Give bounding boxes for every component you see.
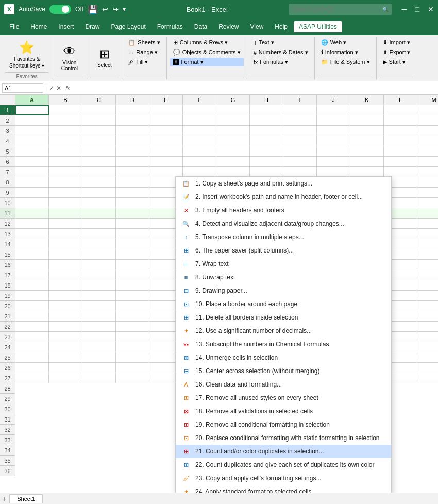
row-header-7: 7 <box>0 167 15 177</box>
favorites-label: Favorites &Shortcut keys ▾ <box>9 56 44 69</box>
dropdown-item-label-4: 4. Detect and visualize adjacent data/gr… <box>195 220 344 227</box>
close-btn[interactable]: ✕ <box>428 5 434 13</box>
format-button[interactable]: 🅰 Format ▾ <box>170 58 244 66</box>
menu-insert[interactable]: Insert <box>53 21 79 32</box>
maximize-btn[interactable]: □ <box>415 5 419 13</box>
dropdown-item-24[interactable]: ✦24. Apply standard format to selected c… <box>176 485 391 493</box>
web-button[interactable]: 🌐 Web ▾ <box>318 38 373 47</box>
dropdown-item-20[interactable]: ⊡20. Replace conditional formatting with… <box>176 431 391 445</box>
information-button[interactable]: ℹ Information ▾ <box>318 48 373 57</box>
cell-m1[interactable] <box>417 105 438 115</box>
cross-icon[interactable]: ✕ <box>56 85 61 92</box>
dropdown-item-7[interactable]: ≡7. Wrap text <box>176 257 391 271</box>
text-button[interactable]: T Text ▾ <box>250 38 311 47</box>
dropdown-item-3[interactable]: ✕3. Empty all headers and footers <box>176 204 391 217</box>
minimize-btn[interactable]: ─ <box>402 5 407 13</box>
numbers-dates-button[interactable]: # Numbers & Dates ▾ <box>250 48 311 57</box>
menu-asap-utilities[interactable]: ASAP Utilities <box>294 21 342 32</box>
check-icon[interactable]: ✓ <box>49 85 54 92</box>
dropdown-item-15[interactable]: ⊟15. Center across selection (without me… <box>176 364 391 378</box>
cell-g1[interactable] <box>216 105 250 115</box>
fill-button[interactable]: 🖊 Fill ▾ <box>125 58 163 66</box>
row-header-28: 28 <box>0 383 15 394</box>
cell-f1[interactable] <box>183 105 216 115</box>
dropdown-item-1[interactable]: 📋1. Copy a sheet's page and print settin… <box>176 177 391 190</box>
search-input[interactable] <box>289 4 392 15</box>
select-button[interactable]: ⊞ Select <box>90 38 119 77</box>
start-button[interactable]: ▶ Start ▾ <box>380 58 414 66</box>
file-system-button[interactable]: 📁 File & System ▾ <box>318 58 373 66</box>
dropdown-item-19[interactable]: ⊞19. Remove all conditional formatting i… <box>176 418 391 431</box>
dropdown-item-6[interactable]: ⊞6. The paper saver (split columns)... <box>176 244 391 257</box>
cell-l1[interactable] <box>384 105 417 115</box>
row-header-35: 35 <box>0 456 15 466</box>
export-button[interactable]: ⬆ Export ▾ <box>380 48 414 57</box>
dropdown-item-5[interactable]: ↕5. Transpose column in multiple steps..… <box>176 230 391 244</box>
ribbon-group-vision: 👁 VisionControl <box>52 37 87 79</box>
columns-rows-button[interactable]: ⊞ Columns & Rows ▾ <box>170 38 244 47</box>
menu-file[interactable]: File <box>4 21 24 32</box>
dropdown-item-18[interactable]: ⊠18. Remove all validations in selected … <box>176 405 391 418</box>
cell-a1[interactable] <box>15 105 49 115</box>
customize-icon[interactable]: ▾ <box>123 6 126 13</box>
menu-page-layout[interactable]: Page Layout <box>106 21 150 32</box>
redo-icon[interactable]: ↩ <box>112 5 119 13</box>
dropdown-item-8[interactable]: ≡8. Unwrap text <box>176 271 391 284</box>
file-icon: 📁 <box>321 59 328 65</box>
cell-h1[interactable] <box>250 105 283 115</box>
fx-label[interactable]: fx <box>63 85 72 91</box>
menu-review[interactable]: Review <box>213 21 244 32</box>
autosave-toggle[interactable] <box>49 5 71 14</box>
cell-k1[interactable] <box>350 105 384 115</box>
dropdown-item-14[interactable]: ⊠14. Unmerge cells in selection <box>176 351 391 364</box>
dropdown-item-23[interactable]: 🖊23. Copy and apply cell's formatting se… <box>176 472 391 485</box>
dropdown-item-9[interactable]: ⊟9. Drawing paper... <box>176 284 391 297</box>
cell-j1[interactable] <box>317 105 350 115</box>
col-header-e: E <box>149 95 183 105</box>
cell-a2[interactable] <box>15 115 49 126</box>
dropdown-item-22[interactable]: ⊞22. Count duplicates and give each set … <box>176 458 391 472</box>
menu-formulas[interactable]: Formulas <box>152 21 188 32</box>
menu-home[interactable]: Home <box>25 21 52 32</box>
vision-control-button[interactable]: 👁 VisionControl <box>55 38 83 77</box>
range-button[interactable]: ↔ Range ▾ <box>125 48 163 57</box>
row-header-27: 27 <box>0 373 15 383</box>
dropdown-item-10[interactable]: ⊡10. Place a border around each page <box>176 297 391 311</box>
import-button[interactable]: ⬇ Import ▾ <box>380 38 414 47</box>
text-buttons: T Text ▾ # Numbers & Dates ▾ fx Formulas… <box>250 38 311 77</box>
cell-b1[interactable] <box>49 105 82 115</box>
cell-i1[interactable] <box>283 105 317 115</box>
table-row <box>15 105 438 115</box>
cell-d1[interactable] <box>116 105 149 115</box>
objects-comments-button[interactable]: 💬 Objects & Comments ▾ <box>170 48 244 57</box>
sheets-button[interactable]: 📋 Sheets ▾ <box>125 38 163 47</box>
favorites-shortcut-button[interactable]: ⭐ Favorites &Shortcut keys ▾ <box>5 38 48 71</box>
menu-data[interactable]: Data <box>189 21 212 32</box>
save-icon[interactable]: 💾 <box>88 5 98 14</box>
text-label: Text ▾ <box>259 39 274 46</box>
columns-group-label <box>170 78 244 79</box>
dropdown-item-17[interactable]: ⊞17. Remove all unused styles on every s… <box>176 391 391 405</box>
cell-e1[interactable] <box>149 105 183 115</box>
dropdown-item-13[interactable]: x₂13. Subscript the numbers in Chemical … <box>176 338 391 351</box>
web-buttons: 🌐 Web ▾ ℹ Information ▾ 📁 File & System … <box>318 38 373 77</box>
format-dropdown-menu: 📋1. Copy a sheet's page and print settin… <box>175 176 392 493</box>
dropdown-item-11[interactable]: ⊞11. Delete all borders inside selection <box>176 311 391 324</box>
menu-help[interactable]: Help <box>269 21 293 32</box>
dropdown-item-16[interactable]: A16. Clean data and formatting... <box>176 378 391 391</box>
dropdown-item-label-9: 9. Drawing paper... <box>195 287 247 294</box>
formulas-button[interactable]: fx Formulas ▾ <box>250 58 311 66</box>
name-box[interactable] <box>2 83 43 93</box>
menu-view[interactable]: View <box>245 21 269 32</box>
dropdown-item-4[interactable]: 🔍4. Detect and visualize adjacent data/g… <box>176 217 391 230</box>
dropdown-item-12[interactable]: ✦12. Use a significant number of decimal… <box>176 324 391 338</box>
sheet-tab-sheet1[interactable]: Sheet1 <box>9 494 43 503</box>
dropdown-item-2[interactable]: 📝2. Insert workbook's path and name in h… <box>176 190 391 204</box>
dropdown-item-icon-3: ✕ <box>181 206 191 214</box>
title-bar: X AutoSave Off 💾 ↩ ↩ ▾ Book1 - Excel ─ □… <box>0 0 438 19</box>
cell-c1[interactable] <box>82 105 116 115</box>
undo-icon[interactable]: ↩ <box>102 5 108 13</box>
dropdown-item-21[interactable]: ⊞21. Count and/or color duplicates in se… <box>176 445 391 458</box>
menu-draw[interactable]: Draw <box>80 21 105 32</box>
add-sheet-btn[interactable]: + <box>2 495 6 503</box>
